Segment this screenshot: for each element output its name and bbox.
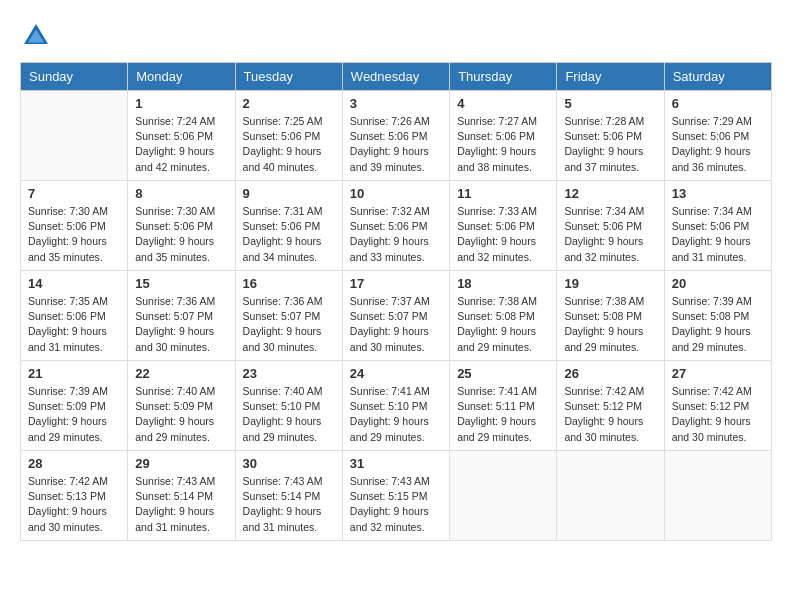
calendar-cell: 9Sunrise: 7:31 AM Sunset: 5:06 PM Daylig… (235, 181, 342, 271)
day-info: Sunrise: 7:39 AM Sunset: 5:09 PM Dayligh… (28, 384, 120, 445)
day-info: Sunrise: 7:42 AM Sunset: 5:12 PM Dayligh… (564, 384, 656, 445)
day-number: 2 (243, 96, 335, 111)
calendar-cell: 29Sunrise: 7:43 AM Sunset: 5:14 PM Dayli… (128, 451, 235, 541)
calendar-header-row: SundayMondayTuesdayWednesdayThursdayFrid… (21, 63, 772, 91)
calendar-cell: 1Sunrise: 7:24 AM Sunset: 5:06 PM Daylig… (128, 91, 235, 181)
calendar-cell: 26Sunrise: 7:42 AM Sunset: 5:12 PM Dayli… (557, 361, 664, 451)
calendar-cell: 30Sunrise: 7:43 AM Sunset: 5:14 PM Dayli… (235, 451, 342, 541)
calendar-cell: 11Sunrise: 7:33 AM Sunset: 5:06 PM Dayli… (450, 181, 557, 271)
day-info: Sunrise: 7:41 AM Sunset: 5:11 PM Dayligh… (457, 384, 549, 445)
calendar-cell (664, 451, 771, 541)
day-info: Sunrise: 7:36 AM Sunset: 5:07 PM Dayligh… (135, 294, 227, 355)
day-number: 6 (672, 96, 764, 111)
calendar-cell: 18Sunrise: 7:38 AM Sunset: 5:08 PM Dayli… (450, 271, 557, 361)
day-number: 30 (243, 456, 335, 471)
day-number: 31 (350, 456, 442, 471)
day-number: 13 (672, 186, 764, 201)
calendar-cell: 20Sunrise: 7:39 AM Sunset: 5:08 PM Dayli… (664, 271, 771, 361)
logo-icon (20, 20, 52, 52)
day-info: Sunrise: 7:26 AM Sunset: 5:06 PM Dayligh… (350, 114, 442, 175)
day-number: 21 (28, 366, 120, 381)
week-row-1: 1Sunrise: 7:24 AM Sunset: 5:06 PM Daylig… (21, 91, 772, 181)
day-number: 23 (243, 366, 335, 381)
calendar-cell: 13Sunrise: 7:34 AM Sunset: 5:06 PM Dayli… (664, 181, 771, 271)
day-info: Sunrise: 7:40 AM Sunset: 5:10 PM Dayligh… (243, 384, 335, 445)
column-header-saturday: Saturday (664, 63, 771, 91)
day-number: 10 (350, 186, 442, 201)
day-info: Sunrise: 7:43 AM Sunset: 5:14 PM Dayligh… (135, 474, 227, 535)
day-number: 8 (135, 186, 227, 201)
calendar-cell: 19Sunrise: 7:38 AM Sunset: 5:08 PM Dayli… (557, 271, 664, 361)
calendar-cell: 12Sunrise: 7:34 AM Sunset: 5:06 PM Dayli… (557, 181, 664, 271)
calendar-cell: 23Sunrise: 7:40 AM Sunset: 5:10 PM Dayli… (235, 361, 342, 451)
calendar-cell: 6Sunrise: 7:29 AM Sunset: 5:06 PM Daylig… (664, 91, 771, 181)
calendar-cell: 21Sunrise: 7:39 AM Sunset: 5:09 PM Dayli… (21, 361, 128, 451)
column-header-sunday: Sunday (21, 63, 128, 91)
day-number: 4 (457, 96, 549, 111)
calendar-cell: 22Sunrise: 7:40 AM Sunset: 5:09 PM Dayli… (128, 361, 235, 451)
day-number: 12 (564, 186, 656, 201)
calendar-cell: 3Sunrise: 7:26 AM Sunset: 5:06 PM Daylig… (342, 91, 449, 181)
day-number: 22 (135, 366, 227, 381)
day-info: Sunrise: 7:29 AM Sunset: 5:06 PM Dayligh… (672, 114, 764, 175)
column-header-wednesday: Wednesday (342, 63, 449, 91)
calendar-cell: 10Sunrise: 7:32 AM Sunset: 5:06 PM Dayli… (342, 181, 449, 271)
calendar-cell: 27Sunrise: 7:42 AM Sunset: 5:12 PM Dayli… (664, 361, 771, 451)
day-number: 14 (28, 276, 120, 291)
calendar-cell: 16Sunrise: 7:36 AM Sunset: 5:07 PM Dayli… (235, 271, 342, 361)
column-header-thursday: Thursday (450, 63, 557, 91)
day-info: Sunrise: 7:30 AM Sunset: 5:06 PM Dayligh… (28, 204, 120, 265)
day-number: 29 (135, 456, 227, 471)
day-number: 1 (135, 96, 227, 111)
logo (20, 20, 58, 52)
calendar-cell: 31Sunrise: 7:43 AM Sunset: 5:15 PM Dayli… (342, 451, 449, 541)
calendar-cell (21, 91, 128, 181)
week-row-3: 14Sunrise: 7:35 AM Sunset: 5:06 PM Dayli… (21, 271, 772, 361)
week-row-2: 7Sunrise: 7:30 AM Sunset: 5:06 PM Daylig… (21, 181, 772, 271)
day-info: Sunrise: 7:33 AM Sunset: 5:06 PM Dayligh… (457, 204, 549, 265)
calendar-cell: 7Sunrise: 7:30 AM Sunset: 5:06 PM Daylig… (21, 181, 128, 271)
day-number: 20 (672, 276, 764, 291)
calendar-cell: 28Sunrise: 7:42 AM Sunset: 5:13 PM Dayli… (21, 451, 128, 541)
day-number: 9 (243, 186, 335, 201)
calendar-cell (450, 451, 557, 541)
day-number: 24 (350, 366, 442, 381)
day-info: Sunrise: 7:38 AM Sunset: 5:08 PM Dayligh… (457, 294, 549, 355)
calendar-table: SundayMondayTuesdayWednesdayThursdayFrid… (20, 62, 772, 541)
column-header-tuesday: Tuesday (235, 63, 342, 91)
day-number: 25 (457, 366, 549, 381)
day-info: Sunrise: 7:34 AM Sunset: 5:06 PM Dayligh… (672, 204, 764, 265)
day-info: Sunrise: 7:30 AM Sunset: 5:06 PM Dayligh… (135, 204, 227, 265)
day-number: 28 (28, 456, 120, 471)
day-info: Sunrise: 7:32 AM Sunset: 5:06 PM Dayligh… (350, 204, 442, 265)
day-info: Sunrise: 7:31 AM Sunset: 5:06 PM Dayligh… (243, 204, 335, 265)
day-info: Sunrise: 7:34 AM Sunset: 5:06 PM Dayligh… (564, 204, 656, 265)
calendar-cell: 15Sunrise: 7:36 AM Sunset: 5:07 PM Dayli… (128, 271, 235, 361)
day-info: Sunrise: 7:35 AM Sunset: 5:06 PM Dayligh… (28, 294, 120, 355)
day-info: Sunrise: 7:43 AM Sunset: 5:14 PM Dayligh… (243, 474, 335, 535)
calendar-cell: 8Sunrise: 7:30 AM Sunset: 5:06 PM Daylig… (128, 181, 235, 271)
day-info: Sunrise: 7:39 AM Sunset: 5:08 PM Dayligh… (672, 294, 764, 355)
day-info: Sunrise: 7:40 AM Sunset: 5:09 PM Dayligh… (135, 384, 227, 445)
calendar-cell: 5Sunrise: 7:28 AM Sunset: 5:06 PM Daylig… (557, 91, 664, 181)
day-info: Sunrise: 7:37 AM Sunset: 5:07 PM Dayligh… (350, 294, 442, 355)
column-header-friday: Friday (557, 63, 664, 91)
calendar-cell: 25Sunrise: 7:41 AM Sunset: 5:11 PM Dayli… (450, 361, 557, 451)
calendar-cell: 4Sunrise: 7:27 AM Sunset: 5:06 PM Daylig… (450, 91, 557, 181)
column-header-monday: Monday (128, 63, 235, 91)
day-info: Sunrise: 7:42 AM Sunset: 5:13 PM Dayligh… (28, 474, 120, 535)
day-info: Sunrise: 7:36 AM Sunset: 5:07 PM Dayligh… (243, 294, 335, 355)
calendar-cell: 17Sunrise: 7:37 AM Sunset: 5:07 PM Dayli… (342, 271, 449, 361)
day-number: 17 (350, 276, 442, 291)
day-info: Sunrise: 7:24 AM Sunset: 5:06 PM Dayligh… (135, 114, 227, 175)
day-info: Sunrise: 7:25 AM Sunset: 5:06 PM Dayligh… (243, 114, 335, 175)
week-row-4: 21Sunrise: 7:39 AM Sunset: 5:09 PM Dayli… (21, 361, 772, 451)
day-number: 11 (457, 186, 549, 201)
day-info: Sunrise: 7:28 AM Sunset: 5:06 PM Dayligh… (564, 114, 656, 175)
day-info: Sunrise: 7:43 AM Sunset: 5:15 PM Dayligh… (350, 474, 442, 535)
calendar-cell (557, 451, 664, 541)
week-row-5: 28Sunrise: 7:42 AM Sunset: 5:13 PM Dayli… (21, 451, 772, 541)
day-info: Sunrise: 7:41 AM Sunset: 5:10 PM Dayligh… (350, 384, 442, 445)
day-number: 16 (243, 276, 335, 291)
day-info: Sunrise: 7:38 AM Sunset: 5:08 PM Dayligh… (564, 294, 656, 355)
